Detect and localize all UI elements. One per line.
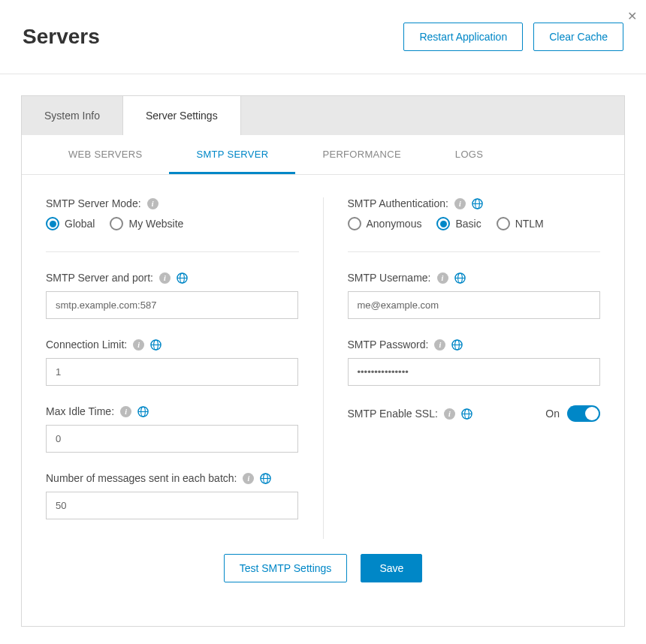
info-icon[interactable]: i [454, 198, 466, 209]
globe-icon[interactable] [472, 198, 483, 209]
info-icon[interactable]: i [159, 272, 171, 284]
globe-icon[interactable] [150, 339, 162, 351]
divider [348, 251, 601, 252]
password-input[interactable] [348, 358, 600, 386]
radio-global-label: Global [65, 218, 95, 230]
radio-global[interactable]: Global [46, 217, 95, 230]
radio-circle-icon [436, 217, 450, 230]
ssl-state-label: On [545, 408, 560, 420]
page-title: Servers [23, 25, 100, 49]
globe-icon[interactable] [454, 272, 466, 284]
auth-label: SMTP Authentication: [348, 197, 448, 209]
subtab-smtp-server[interactable]: SMTP SERVER [169, 135, 295, 174]
close-icon[interactable]: ✕ [627, 9, 637, 23]
globe-icon[interactable] [260, 473, 271, 484]
connection-limit-label: Connection Limit: [46, 339, 127, 351]
radio-anonymous-label: Anonymous [367, 218, 422, 230]
info-icon[interactable]: i [120, 406, 131, 417]
subtab-performance[interactable]: PERFORMANCE [295, 135, 427, 174]
max-idle-label: Max Idle Time: [46, 405, 114, 417]
radio-circle-icon [46, 217, 59, 230]
globe-icon[interactable] [137, 406, 149, 417]
server-port-label: SMTP Server and port: [46, 272, 153, 284]
tab-system-info[interactable]: System Info [22, 96, 123, 135]
globe-icon[interactable] [451, 339, 463, 351]
radio-ntlm[interactable]: NTLM [497, 217, 544, 230]
subtab-logs[interactable]: LOGS [428, 135, 510, 174]
password-label: SMTP Password: [348, 339, 429, 351]
radio-circle-icon [110, 217, 123, 230]
radio-my-website-label: My Website [128, 218, 183, 230]
radio-circle-icon [497, 217, 510, 230]
globe-icon[interactable] [461, 408, 472, 420]
globe-icon[interactable] [177, 272, 188, 284]
radio-basic-label: Basic [455, 218, 481, 230]
test-smtp-button[interactable]: Test SMTP Settings [224, 554, 348, 582]
username-label: SMTP Username: [348, 272, 431, 284]
info-icon[interactable]: i [243, 473, 254, 484]
batch-label: Number of messages sent in each batch: [46, 472, 237, 484]
restart-application-button[interactable]: Restart Application [403, 23, 523, 51]
ssl-label: SMTP Enable SSL: [348, 408, 438, 420]
info-icon[interactable]: i [133, 339, 144, 351]
info-icon[interactable]: i [437, 272, 448, 284]
server-port-input[interactable] [46, 291, 298, 319]
max-idle-input[interactable] [46, 425, 298, 453]
clear-cache-button[interactable]: Clear Cache [533, 23, 623, 51]
info-icon[interactable]: i [147, 198, 158, 209]
subtab-web-servers[interactable]: WEB SERVERS [41, 135, 169, 174]
ssl-toggle[interactable] [567, 405, 600, 422]
tab-server-settings[interactable]: Server Settings [123, 96, 241, 135]
radio-anonymous[interactable]: Anonymous [348, 217, 422, 230]
username-input[interactable] [348, 291, 600, 319]
info-icon[interactable]: i [434, 339, 445, 351]
smtp-mode-label: SMTP Server Mode: [46, 197, 141, 209]
connection-limit-input[interactable] [46, 358, 298, 386]
radio-basic[interactable]: Basic [436, 217, 481, 230]
save-button[interactable]: Save [361, 554, 422, 582]
info-icon[interactable]: i [444, 408, 455, 420]
radio-circle-icon [348, 217, 361, 230]
radio-my-website[interactable]: My Website [110, 217, 183, 230]
divider [46, 251, 299, 252]
radio-ntlm-label: NTLM [515, 218, 544, 230]
batch-input[interactable] [46, 492, 298, 519]
